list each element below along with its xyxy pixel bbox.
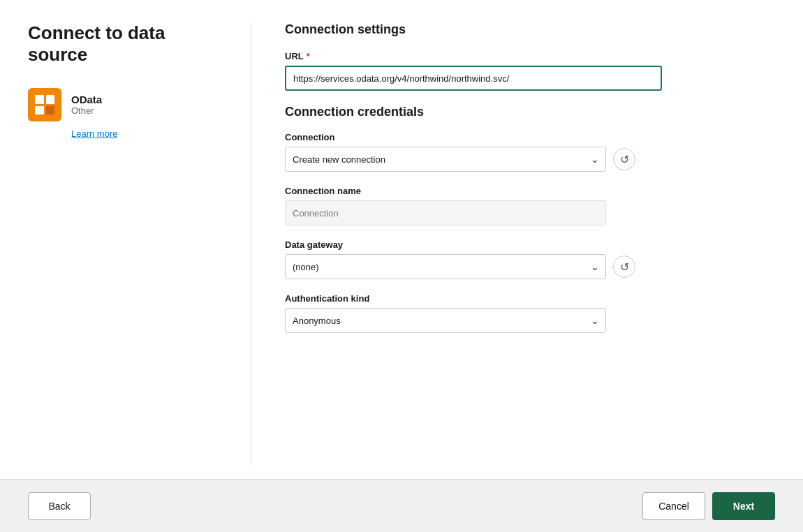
connection-settings-heading: Connection settings bbox=[285, 22, 775, 37]
data-gateway-label: Data gateway bbox=[285, 239, 343, 250]
connector-category: Other bbox=[71, 105, 102, 116]
connection-name-input[interactable] bbox=[285, 200, 606, 226]
connection-name-label: Connection name bbox=[285, 186, 361, 196]
cancel-button[interactable]: Cancel bbox=[642, 492, 705, 520]
next-button[interactable]: Next bbox=[712, 492, 775, 520]
connection-label: Connection bbox=[285, 132, 335, 142]
connection-dropdown[interactable]: Create new connection bbox=[285, 147, 606, 172]
authentication-kind-dropdown[interactable]: Anonymous bbox=[285, 308, 606, 333]
back-button[interactable]: Back bbox=[28, 492, 91, 520]
authentication-kind-label: Authentication kind bbox=[285, 293, 369, 304]
data-gateway-dropdown[interactable]: (none) bbox=[285, 254, 606, 279]
connection-dropdown-wrapper: Create new connection ⌄ bbox=[285, 147, 606, 172]
url-required-indicator: * bbox=[307, 51, 310, 61]
connection-refresh-button[interactable]: ↺ bbox=[613, 148, 635, 170]
data-gateway-refresh-button[interactable]: ↺ bbox=[613, 256, 635, 278]
page-title: Connect to data source bbox=[28, 22, 223, 66]
url-label: URL bbox=[285, 51, 304, 61]
learn-more-link[interactable]: Learn more bbox=[71, 128, 223, 139]
authentication-kind-dropdown-wrapper: Anonymous ⌄ bbox=[285, 308, 606, 333]
connector-name: OData bbox=[71, 94, 102, 105]
url-input[interactable] bbox=[285, 66, 662, 91]
data-gateway-dropdown-wrapper: (none) ⌄ bbox=[285, 254, 606, 279]
footer: Back Cancel Next bbox=[0, 479, 803, 532]
connection-credentials-heading: Connection credentials bbox=[285, 105, 775, 119]
connector-icon bbox=[28, 88, 61, 121]
